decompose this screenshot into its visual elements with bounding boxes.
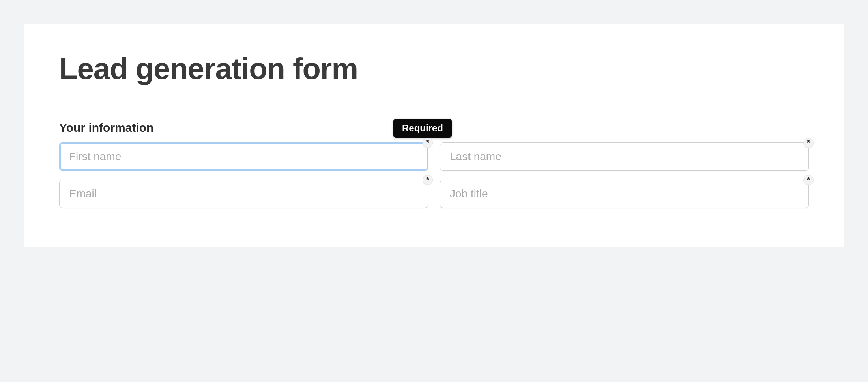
- required-asterisk-icon: *: [423, 138, 433, 148]
- form-title: Lead generation form: [59, 51, 809, 86]
- required-asterisk-icon: *: [803, 138, 814, 148]
- required-asterisk-icon: *: [803, 175, 814, 185]
- last-name-wrapper: *: [440, 142, 809, 171]
- email-input[interactable]: [59, 180, 428, 208]
- form-grid: Required * * * *: [59, 142, 809, 208]
- last-name-input[interactable]: [440, 142, 809, 171]
- job-title-wrapper: *: [440, 180, 809, 208]
- required-tooltip: Required: [393, 119, 452, 138]
- job-title-input[interactable]: [440, 180, 809, 208]
- first-name-wrapper: Required *: [59, 142, 428, 171]
- form-container: Lead generation form Your information Re…: [24, 24, 844, 247]
- email-wrapper: *: [59, 180, 428, 208]
- first-name-input[interactable]: [59, 142, 428, 171]
- required-asterisk-icon: *: [423, 175, 433, 185]
